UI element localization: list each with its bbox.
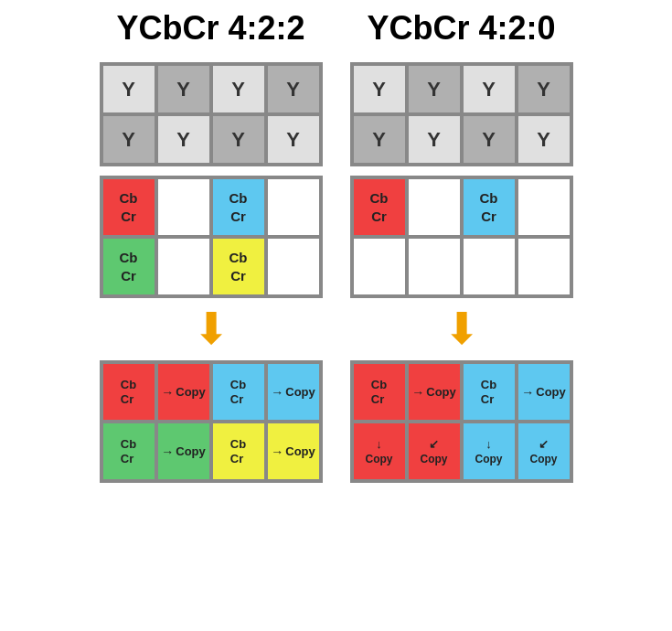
- result420-copy-1: ↓ Copy: [352, 422, 407, 481]
- y-cell: Y: [407, 64, 462, 114]
- cbcr-cell-empty: [156, 177, 211, 237]
- y-cell: Y: [266, 64, 321, 114]
- left-y-grid: Y Y Y Y Y Y Y Y: [100, 62, 323, 166]
- result420-cell-blue-copy: → Copy: [517, 362, 571, 422]
- y-cell: Y: [211, 114, 266, 165]
- y-cell: Y: [352, 64, 407, 114]
- right-arrow: ⬇: [443, 307, 480, 351]
- right-cbcr-grid: CbCr CbCr: [350, 176, 573, 298]
- y-cell: Y: [211, 64, 266, 114]
- result-cell-green: CbCr: [101, 422, 156, 481]
- result420-cell-red: CbCr: [352, 362, 407, 422]
- y-cell: Y: [101, 114, 156, 165]
- result-cell-blue: CbCr: [211, 362, 266, 422]
- result-cell-green-copy: → Copy: [156, 422, 211, 481]
- result420-cell-red-copy: → Copy: [407, 362, 462, 422]
- y-cell: Y: [156, 114, 211, 165]
- cbcr-cell-blue: CbCr: [211, 177, 266, 237]
- right-y-grid: Y Y Y Y Y Y Y Y: [350, 62, 573, 166]
- result-cell-red: CbCr: [101, 362, 156, 422]
- cbcr-cell-empty: [266, 237, 321, 296]
- right-result-grid: CbCr → Copy CbCr → Copy ↓ Copy ↙ Copy: [350, 360, 573, 483]
- y-cell: Y: [462, 114, 517, 165]
- result420-copy-2: ↙ Copy: [407, 422, 462, 481]
- left-column: YCbCr 4:2:2 Y Y Y Y Y Y Y Y CbCr CbCr Cb…: [100, 9, 323, 483]
- y-cell: Y: [266, 114, 321, 165]
- result-cell-blue-copy: → Copy: [266, 362, 321, 422]
- cbcr-cell-green: CbCr: [101, 237, 156, 296]
- left-title: YCbCr 4:2:2: [116, 9, 304, 48]
- cbcr-cell-blue: CbCr: [462, 177, 517, 237]
- cbcr-cell-empty: [517, 177, 571, 237]
- cbcr-cell-empty: [352, 237, 407, 296]
- cbcr-cell-red: CbCr: [101, 177, 156, 237]
- y-cell: Y: [462, 64, 517, 114]
- cbcr-cell-empty: [266, 177, 321, 237]
- cbcr-cell-empty: [407, 237, 462, 296]
- cbcr-cell-empty: [407, 177, 462, 237]
- result-cell-yellow: CbCr: [211, 422, 266, 481]
- cbcr-cell-empty: [462, 237, 517, 296]
- y-cell: Y: [352, 114, 407, 165]
- cbcr-cell-red: CbCr: [352, 177, 407, 237]
- right-column: YCbCr 4:2:0 Y Y Y Y Y Y Y Y CbCr CbCr ⬇: [350, 9, 573, 483]
- cbcr-cell-yellow: CbCr: [211, 237, 266, 296]
- left-result-grid: CbCr → Copy CbCr → Copy CbCr → Copy C: [100, 360, 323, 483]
- y-cell: Y: [156, 64, 211, 114]
- left-cbcr-grid: CbCr CbCr CbCr CbCr: [100, 176, 323, 298]
- cbcr-cell-empty: [517, 237, 571, 296]
- y-cell: Y: [407, 114, 462, 165]
- result-cell-yellow-copy: → Copy: [266, 422, 321, 481]
- cbcr-cell-empty: [156, 237, 211, 296]
- result420-copy-3: ↓ Copy: [462, 422, 517, 481]
- y-cell: Y: [101, 64, 156, 114]
- result-cell-red-copy: → Copy: [156, 362, 211, 422]
- result420-cell-blue: CbCr: [462, 362, 517, 422]
- left-arrow: ⬇: [193, 307, 229, 351]
- result420-copy-4: ↙ Copy: [517, 422, 571, 481]
- y-cell: Y: [517, 114, 571, 165]
- y-cell: Y: [517, 64, 571, 114]
- main-container: YCbCr 4:2:2 Y Y Y Y Y Y Y Y CbCr CbCr Cb…: [0, 9, 672, 483]
- right-title: YCbCr 4:2:0: [367, 9, 555, 48]
